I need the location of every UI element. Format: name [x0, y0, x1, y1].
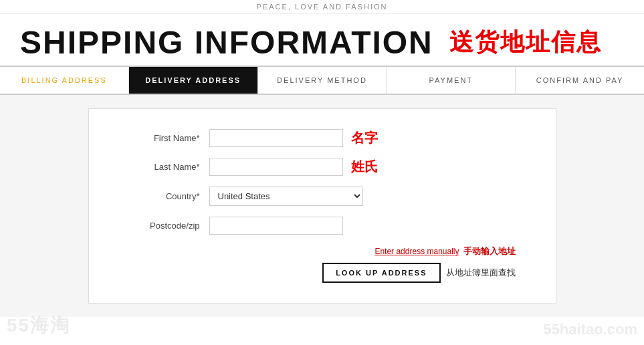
- postcode-input[interactable]: [209, 217, 343, 235]
- enter-manually-link[interactable]: Enter address manually: [374, 247, 459, 256]
- lookup-chinese: 从地址簿里面查找: [446, 267, 516, 279]
- last-name-label: Last Name*: [129, 162, 209, 172]
- last-name-input[interactable]: [209, 158, 343, 176]
- first-name-label: First Name*: [129, 133, 209, 143]
- page-wrapper: PEACE, LOVE AND FASHION SHIPPING INFORMA…: [0, 0, 644, 345]
- top-bar: PEACE, LOVE AND FASHION: [0, 0, 644, 14]
- postcode-label: Postcode/zip: [129, 221, 209, 231]
- enter-manually-chinese: 手动输入地址: [463, 245, 516, 257]
- form-card: First Name* 名字 Last Name* 姓氏 Country* Un…: [88, 108, 556, 304]
- lookup-address-button[interactable]: LOOK UP ADDRESS: [322, 263, 440, 283]
- last-name-row: Last Name* 姓氏: [129, 158, 516, 176]
- tab-billing[interactable]: BILLING ADDRESS: [0, 67, 129, 94]
- last-name-annotation: 姓氏: [351, 158, 378, 176]
- tab-payment[interactable]: PAYMENT: [387, 67, 516, 94]
- address-actions: Enter address manually 手动输入地址 LOOK UP AD…: [209, 245, 516, 283]
- page-title-chinese: 送货地址信息: [449, 26, 602, 59]
- top-bar-text: PEACE, LOVE AND FASHION: [257, 3, 388, 11]
- nav-tabs: BILLING ADDRESS DELIVERY ADDRESS DELIVER…: [0, 66, 644, 95]
- tab-delivery[interactable]: DELIVERY ADDRESS: [129, 67, 258, 94]
- first-name-annotation: 名字: [351, 129, 378, 147]
- postcode-row: Postcode/zip: [129, 217, 516, 235]
- main-content: First Name* 名字 Last Name* 姓氏 Country* Un…: [0, 95, 644, 317]
- watermark-right: 55haitao.com: [543, 321, 637, 338]
- page-title: SHIPPING INFORMATION: [20, 27, 433, 59]
- country-label: Country*: [129, 191, 209, 201]
- country-row: Country* United States United Kingdom Ca…: [129, 187, 516, 206]
- country-select[interactable]: United States United Kingdom Canada Aust…: [209, 187, 363, 206]
- first-name-input[interactable]: [209, 129, 343, 147]
- first-name-row: First Name* 名字: [129, 129, 516, 147]
- enter-manually-row: Enter address manually 手动输入地址: [374, 245, 515, 257]
- lookup-row: LOOK UP ADDRESS 从地址簿里面查找: [322, 263, 515, 283]
- tab-method[interactable]: DELIVERY METHOD: [258, 67, 387, 94]
- page-header: SHIPPING INFORMATION 送货地址信息: [0, 14, 644, 66]
- tab-confirm[interactable]: CONFIRM AND PAY: [516, 67, 644, 94]
